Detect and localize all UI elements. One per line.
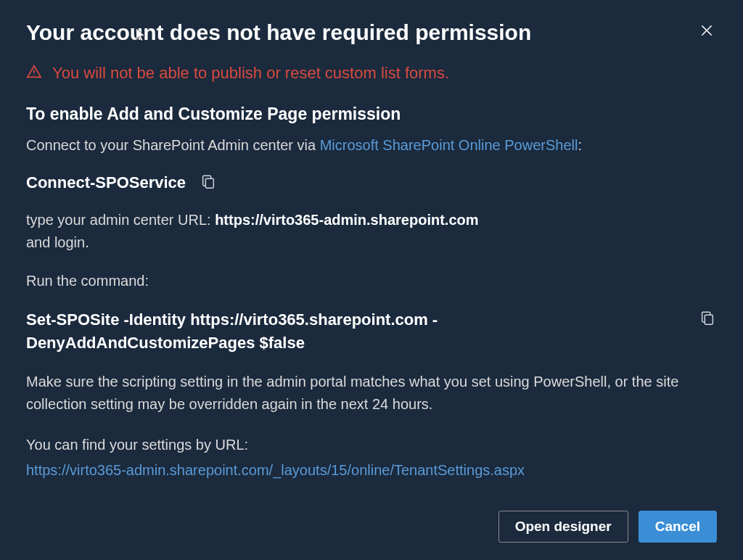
- connect-suffix: :: [578, 137, 582, 153]
- settings-label: You can find your settings by URL:: [26, 434, 717, 456]
- close-button[interactable]: [697, 20, 717, 43]
- open-designer-button[interactable]: Open designer: [498, 511, 628, 543]
- warning-text: You will not be able to publish or reset…: [52, 64, 449, 83]
- settings-url-link[interactable]: https://virto365-admin.sharepoint.com/_l…: [26, 462, 525, 478]
- connect-prefix: Connect to your SharePoint Admin center …: [26, 137, 320, 153]
- command2-row: Set-SPOSite -Identity https://virto365.s…: [26, 308, 717, 355]
- powershell-link[interactable]: Microsoft SharePoint Online PowerShell: [320, 137, 578, 153]
- type-url-block: type your admin center URL: https://virt…: [26, 209, 717, 254]
- copy-command1-button[interactable]: [199, 172, 218, 193]
- and-login: and login.: [26, 234, 89, 250]
- settings-url-row: https://virto365-admin.sharepoint.com/_l…: [26, 459, 717, 482]
- subtitle: To enable Add and Customize Page permiss…: [26, 104, 717, 124]
- warning-row: You will not be able to publish or reset…: [26, 64, 717, 83]
- cancel-button[interactable]: Cancel: [639, 511, 717, 543]
- copy-command2-button[interactable]: [698, 308, 717, 329]
- command2-text: Set-SPOSite -Identity https://virto365.s…: [26, 308, 665, 355]
- permission-dialog: Your account does not have required perm…: [0, 0, 743, 560]
- close-icon: [699, 25, 714, 41]
- run-command-label: Run the command:: [26, 270, 717, 292]
- warning-icon: [26, 64, 42, 83]
- admin-url: https://virto365-admin.sharepoint.com: [215, 212, 478, 228]
- svg-rect-4: [205, 178, 213, 188]
- dialog-footer: Open designer Cancel: [26, 498, 717, 543]
- copy-icon: [699, 317, 715, 328]
- copy-icon: [200, 181, 216, 192]
- svg-point-3: [33, 75, 34, 75]
- svg-rect-5: [705, 315, 713, 324]
- scripting-note: Make sure the scripting setting in the a…: [26, 371, 717, 416]
- dialog-title: Your account does not have required perm…: [26, 20, 531, 45]
- command1-row: Connect-SPOService: [26, 172, 717, 193]
- connect-instruction: Connect to your SharePoint Admin center …: [26, 134, 717, 156]
- type-url-prefix: type your admin center URL:: [26, 212, 215, 228]
- dialog-header: Your account does not have required perm…: [26, 20, 717, 45]
- command1-text: Connect-SPOService: [26, 173, 186, 192]
